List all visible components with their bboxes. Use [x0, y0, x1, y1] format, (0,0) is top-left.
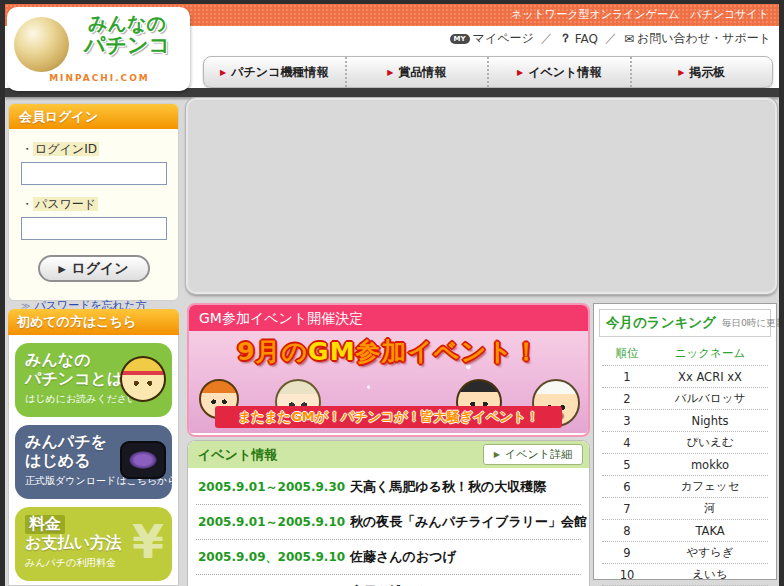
event-info-panel: イベント情報 ▶ イベント詳細 2005.9.01～2005.9.30 天高く馬…: [187, 440, 590, 586]
nav-tab-label: 賞品情報: [398, 64, 446, 81]
download-device-icon: [120, 441, 166, 479]
nav-arrow-icon: ▶: [220, 68, 226, 77]
utility-links: MY マイページ ／ ？ FAQ ／ ✉ お問い合わせ・サポート: [450, 30, 771, 47]
ranking-row[interactable]: 4 ぴいえむ: [602, 432, 768, 454]
rank-number: 3: [602, 414, 652, 428]
mail-icon: ✉: [624, 32, 634, 46]
nav-tab-label: パチンコ機種情報: [231, 64, 328, 81]
rank-number: 9: [602, 546, 652, 560]
login-arrow-icon: ▶: [58, 264, 65, 274]
card-fees-payment[interactable]: 料金 お支払い方法 みんパチの利用料金 ¥: [15, 507, 172, 581]
question-icon: ？: [560, 30, 572, 47]
rank-nickname: えいち: [652, 567, 768, 582]
yen-icon: ¥: [132, 519, 164, 565]
login-panel-title: 会員ログイン: [9, 104, 178, 129]
nav-tab-events[interactable]: ▶ イベント情報: [487, 57, 630, 87]
card-about-minpachi[interactable]: みんなの パチンコとは はじめにお読みください: [15, 343, 172, 417]
main-visual-image: [186, 98, 777, 294]
ranking-panel: 今月のランキング 毎日0時に更新 順位 ニックネーム 1 Xx ACRI xX …: [593, 303, 777, 580]
rank-number: 10: [602, 568, 652, 582]
event-detail-label: イベント詳細: [505, 447, 572, 462]
event-title-text: 天高く馬肥ゆる秋！秋の大収穫際: [350, 478, 546, 496]
rank-nickname: Nights: [652, 414, 768, 428]
event-date: 2005.9.01～2005.9.10: [198, 514, 350, 531]
event-title-text: 佐藤さんのおつげ: [350, 548, 456, 566]
bullet-icon: ・: [21, 142, 33, 156]
logo-domain: MINPACHI.COM: [17, 73, 182, 83]
login-button[interactable]: ▶ ログイン: [38, 255, 150, 282]
password-label: ・パスワード: [21, 196, 166, 213]
nav-tab-machines[interactable]: ▶ パチンコ機種情報: [204, 57, 345, 87]
login-id-input[interactable]: [21, 162, 167, 185]
ranking-update-note: 毎日0時に更新: [722, 317, 779, 330]
card-start-minpachi[interactable]: みんパチを はじめる 正式版ダウンロードはこちらから: [15, 425, 172, 499]
event-info-header: イベント情報 ▶ イベント詳細: [188, 441, 589, 468]
event-row[interactable]: 2005.9.09、2005.9.10 佐藤さんのおつげ: [196, 540, 581, 575]
rank-nickname: ぴいえむ: [652, 435, 768, 450]
site-logo[interactable]: みんなの パチンコ MINPACHI.COM: [7, 7, 190, 91]
login-form: ・ログインID ・パスワード ▶ ログイン ≫ パスワードを忘れた方: [9, 129, 178, 313]
login-panel: 会員ログイン ・ログインID ・パスワード ▶ ログイン ≫ パスワードを忘れた…: [8, 103, 179, 301]
mypage-link[interactable]: MY マイページ: [450, 30, 534, 47]
support-link[interactable]: ✉ お問い合わせ・サポート: [624, 30, 771, 47]
event-date: 2005.9.09、2005.9.10: [198, 549, 350, 566]
ranking-row[interactable]: 7 河: [602, 498, 768, 520]
pearl-logo-icon: [14, 17, 69, 72]
ranking-title: 今月のランキング: [606, 314, 716, 332]
first-time-body: みんなの パチンコとは はじめにお読みください みんパチを はじめる 正式版ダウ…: [8, 335, 179, 586]
support-label: お問い合わせ・サポート: [637, 30, 771, 47]
banner-title: 9月のGM参加イベント！: [189, 339, 588, 364]
logo-line1: みんなの: [67, 13, 187, 34]
ranking-row[interactable]: 2 バルバロッサ: [602, 388, 768, 410]
ranking-row[interactable]: 1 Xx ACRI xX: [602, 366, 768, 388]
first-time-panel: 初めての方はこちら みんなの パチンコとは はじめにお読みください みんパチを …: [8, 309, 179, 586]
rank-nickname: バルバロッサ: [652, 391, 768, 406]
event-detail-button[interactable]: ▶ イベント詳細: [483, 444, 583, 465]
gm-event-panel: GM参加イベント開催決定 9月のGM参加イベント！ またまたGMが！パチンコが！…: [187, 303, 590, 437]
utility-separator: ／: [541, 30, 553, 47]
rank-number: 6: [602, 480, 652, 494]
login-id-label: ・ログインID: [21, 141, 166, 158]
nav-tab-board[interactable]: ▶ 掲示板: [630, 57, 773, 87]
event-row[interactable]: 2005.9.01～2005.9.30 天高く馬肥ゆる秋！秋の大収穫際: [196, 470, 581, 505]
rank-number: 5: [602, 458, 652, 472]
password-input[interactable]: [21, 217, 167, 240]
first-time-title: 初めての方はこちら: [8, 309, 179, 335]
rank-nickname: Xx ACRI xX: [652, 370, 768, 384]
faq-label: FAQ: [575, 32, 598, 46]
event-row[interactable]: 2005.9.11～2005.9.19 店長を捕まえろ！: [196, 575, 581, 586]
fee-badge: 料金: [25, 515, 65, 534]
ranking-row[interactable]: 9 やすらぎ: [602, 542, 768, 564]
girl-character-icon: [120, 356, 166, 402]
event-row[interactable]: 2005.9.01～2005.9.10 秋の夜長「みんパチライブラリー」会館: [196, 505, 581, 540]
event-title-text: 秋の夜長「みんパチライブラリー」会館: [350, 513, 587, 531]
rank-number: 4: [602, 436, 652, 450]
main-navbar: ▶ パチンコ機種情報 ▶ 賞品情報 ▶ イベント情報 ▶ 掲示板: [203, 56, 773, 88]
ranking-row[interactable]: 10 えいち: [602, 564, 768, 586]
logo-text: みんなの パチンコ: [67, 13, 187, 57]
nav-tab-label: 掲示板: [689, 64, 725, 81]
utility-separator: ／: [605, 30, 617, 47]
ranking-row[interactable]: 6 カフェッセ: [602, 476, 768, 498]
rank-number: 1: [602, 370, 652, 384]
faq-link[interactable]: ？ FAQ: [560, 30, 598, 47]
gm-event-banner[interactable]: 9月のGM参加イベント！ またまたGMが！パチンコが！皆大騒ぎイベント！: [189, 331, 588, 433]
rank-nickname: 河: [652, 501, 768, 516]
page-inner: ネットワーク型オンラインゲーム パチンコサイト MY マイページ ／ ？ FAQ…: [5, 4, 779, 586]
rank-number: 8: [602, 524, 652, 538]
nav-arrow-icon: ▶: [678, 68, 684, 77]
ranking-row[interactable]: 3 Nights: [602, 410, 768, 432]
ranking-row[interactable]: 8 TAKA: [602, 520, 768, 542]
rank-nickname: カフェッセ: [652, 479, 768, 494]
rank-nickname: mokko: [652, 458, 768, 472]
nav-tab-prizes[interactable]: ▶ 賞品情報: [345, 57, 488, 87]
tagline-text: ネットワーク型オンラインゲーム パチンコサイト: [511, 8, 769, 21]
bullet-icon: ・: [21, 197, 33, 211]
ranking-row[interactable]: 5 mokko: [602, 454, 768, 476]
nav-arrow-icon: ▶: [517, 68, 523, 77]
my-icon: MY: [450, 34, 470, 44]
event-info-title: イベント情報: [198, 446, 277, 464]
nav-tab-label: イベント情報: [528, 64, 601, 81]
banner-subtitle: またまたGMが！パチンコが！皆大騒ぎイベント！: [215, 406, 562, 428]
login-button-row: ▶ ログイン: [21, 255, 166, 282]
